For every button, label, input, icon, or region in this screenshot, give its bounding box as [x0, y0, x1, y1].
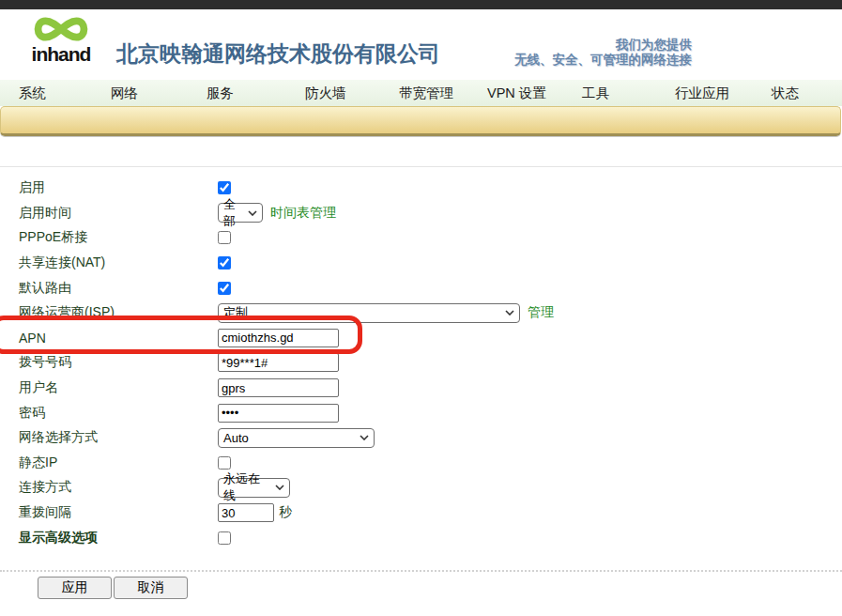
nav-item-vpn[interactable]: VPN 设置 [487, 85, 546, 102]
dial-number-label: 拨号号码 [0, 354, 218, 371]
chevron-down-icon [360, 435, 369, 440]
dialup-settings-form: 启用 启用时间 全部 时间表管理 PPPoE桥接 共享连接(NAT) 默认路由 … [0, 176, 842, 550]
footer-divider [0, 570, 842, 572]
footer-buttons: 应用 取消 [38, 577, 188, 599]
username-input[interactable] [218, 378, 339, 397]
nav-item-network[interactable]: 网络 [111, 85, 138, 102]
apn-label: APN [0, 331, 218, 346]
nav-item-system[interactable]: 系统 [19, 85, 46, 102]
company-logo: inhand [24, 12, 98, 66]
content-divider [0, 166, 842, 167]
default-route-checkbox[interactable] [218, 282, 231, 295]
username-label: 用户名 [0, 379, 218, 396]
chevron-down-icon [505, 310, 514, 316]
isp-label: 网络运营商(ISP) [0, 304, 218, 321]
default-route-label: 默认路由 [0, 280, 218, 297]
form-row-show-advanced: 显示高级选项 [0, 525, 842, 550]
schedule-manage-link[interactable]: 时间表管理 [270, 205, 336, 222]
enable-checkbox[interactable] [218, 181, 231, 194]
enable-label: 启用 [0, 179, 218, 196]
select-value: 全部 [223, 196, 243, 230]
nat-label: 共享连接(NAT) [0, 254, 218, 271]
form-row-static-ip: 静态IP [0, 451, 842, 476]
submenu-bar [0, 106, 841, 136]
password-input[interactable] [218, 404, 339, 423]
select-value: Auto [223, 431, 249, 445]
static-ip-label: 静态IP [0, 454, 218, 471]
form-row-username: 用户名 [0, 376, 842, 401]
static-ip-checkbox[interactable] [218, 456, 231, 470]
enable-time-label: 启用时间 [0, 205, 218, 222]
pppoe-bridge-label: PPPoE桥接 [0, 229, 218, 246]
chevron-down-icon [275, 485, 284, 490]
isp-manage-link[interactable]: 管理 [528, 304, 554, 321]
logo-text: inhand [24, 43, 98, 66]
show-advanced-checkbox[interactable] [218, 531, 231, 545]
seconds-suffix: 秒 [279, 504, 292, 521]
password-label: 密码 [0, 405, 218, 422]
network-select-label: 网络选择方式 [0, 429, 218, 446]
apn-input[interactable] [218, 329, 339, 347]
infinity-logo-icon [32, 12, 90, 46]
dial-number-input[interactable] [218, 353, 339, 372]
select-value: 定制 [223, 304, 248, 321]
cancel-button[interactable]: 取消 [114, 577, 188, 599]
tagline-line1: 我们为您提供 [514, 38, 692, 53]
form-row-isp: 网络运营商(ISP) 定制 管理 [0, 300, 842, 326]
nav-item-services[interactable]: 服务 [207, 85, 234, 102]
form-row-pppoe-bridge: PPPoE桥接 [0, 225, 842, 251]
form-row-network-select: 网络选择方式 Auto [0, 425, 842, 451]
nat-checkbox[interactable] [218, 256, 231, 270]
connection-mode-label: 连接方式 [0, 479, 218, 496]
top-dark-bar [0, 0, 842, 9]
isp-select[interactable]: 定制 [218, 303, 520, 323]
form-row-connection-mode: 连接方式 永远在线 [0, 475, 842, 500]
show-advanced-label: 显示高级选项 [0, 530, 218, 547]
form-row-enable-time: 启用时间 全部 时间表管理 [0, 201, 842, 226]
select-value: 永远在线 [223, 470, 270, 504]
network-type-select[interactable]: Auto [218, 428, 375, 448]
chevron-down-icon [248, 210, 257, 216]
nav-item-industrial[interactable]: 行业应用 [675, 85, 729, 102]
page-header: inhand 北京映翰通网络技术股份有限公司 我们为您提供 无线、安全、可管理的… [0, 9, 842, 80]
redial-interval-input[interactable] [218, 503, 274, 522]
pppoe-bridge-checkbox[interactable] [218, 231, 231, 244]
nav-item-tools[interactable]: 工具 [582, 85, 609, 102]
main-nav: 系统 网络 服务 防火墙 带宽管理 VPN 设置 工具 行业应用 状态 [0, 80, 842, 106]
company-tagline: 我们为您提供 无线、安全、可管理的网络连接 [514, 38, 692, 68]
form-row-dial-number: 拨号号码 [0, 350, 842, 376]
apply-button[interactable]: 应用 [38, 577, 112, 599]
enable-time-select[interactable]: 全部 [218, 203, 263, 223]
form-row-password: 密码 [0, 400, 842, 425]
form-row-nat: 共享连接(NAT) [0, 251, 842, 276]
connection-mode-select[interactable]: 永远在线 [218, 478, 290, 498]
form-row-default-route: 默认路由 [0, 275, 842, 300]
company-title: 北京映翰通网络技术股份有限公司 [116, 39, 440, 69]
form-row-apn: APN [0, 326, 842, 351]
redial-interval-label: 重拨间隔 [0, 504, 218, 521]
form-row-redial-interval: 重拨间隔 秒 [0, 500, 842, 526]
nav-item-status[interactable]: 状态 [772, 85, 799, 102]
nav-item-qos[interactable]: 带宽管理 [399, 85, 453, 102]
tagline-line2: 无线、安全、可管理的网络连接 [514, 53, 692, 68]
nav-item-firewall[interactable]: 防火墙 [305, 85, 346, 102]
form-row-enable: 启用 [0, 176, 842, 201]
